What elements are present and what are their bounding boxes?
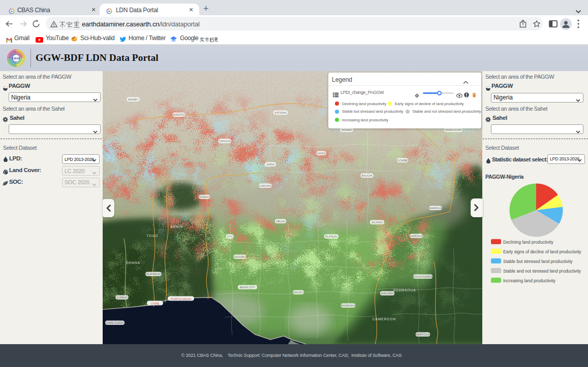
- svg-text:CAMEROON: CAMEROON: [373, 317, 396, 321]
- svg-text:JIGAWA: JIGAWA: [342, 128, 352, 131]
- svg-text:DOSSO: DOSSO: [199, 195, 210, 198]
- svg-text:ABUJA: ABUJA: [276, 220, 285, 223]
- svg-text:KATSINA: KATSINA: [274, 111, 286, 114]
- svg-text:BENIN: BENIN: [171, 225, 183, 228]
- svg-text:NGAOUNDERE: NGAOUNDERE: [413, 275, 433, 278]
- svg-text:ENUGU: ENUGU: [293, 291, 303, 294]
- svg-text:GHANA: GHANA: [126, 261, 140, 264]
- svg-text:CAPE COAST: CAPE COAST: [106, 321, 124, 324]
- svg-text:JALINGO: JALINGO: [371, 221, 383, 224]
- svg-text:MAROUA: MAROUA: [429, 207, 442, 210]
- svg-text:OYO: OYO: [227, 235, 233, 238]
- svg-text:BAUCHI: BAUCHI: [362, 174, 373, 177]
- svg-text:ADAMAOUA: ADAMAOUA: [393, 288, 416, 292]
- svg-text:SOKOTO: SOKOTO: [173, 113, 185, 116]
- svg-text:BENIN CITY: BENIN CITY: [240, 286, 256, 289]
- svg-text:TAHOUA: TAHOUA: [219, 140, 231, 143]
- svg-text:KUMASI: KUMASI: [116, 296, 128, 299]
- svg-text:NIAMEY: NIAMEY: [128, 98, 138, 101]
- svg-text:GOMBE: GOMBE: [397, 159, 408, 162]
- svg-text:KADUNA: KADUNA: [260, 184, 271, 187]
- svg-text:LOME: LOME: [150, 302, 159, 305]
- svg-text:ZARIA: ZARIA: [266, 163, 275, 166]
- svg-text:TOGO: TOGO: [146, 234, 158, 238]
- svg-text:BAMENDA: BAMENDA: [341, 304, 355, 307]
- svg-text:BERTOUA: BERTOUA: [416, 333, 430, 336]
- svg-text:MAIDUGURI: MAIDUGURI: [445, 128, 461, 131]
- svg-text:CBAS: CBAS: [12, 57, 20, 60]
- svg-text:PLATEAU: PLATEAU: [325, 235, 338, 238]
- svg-text:OSOGBO: OSOGBO: [234, 255, 246, 258]
- svg-text:MAKURDI: MAKURDI: [381, 292, 394, 295]
- svg-text:GAROUA: GAROUA: [410, 235, 422, 238]
- svg-text:KANO: KANO: [317, 152, 325, 155]
- svg-text:PLATEAUX: PLATEAUX: [146, 273, 161, 276]
- svg-text:PORTO-NOVO: PORTO-NOVO: [171, 297, 192, 301]
